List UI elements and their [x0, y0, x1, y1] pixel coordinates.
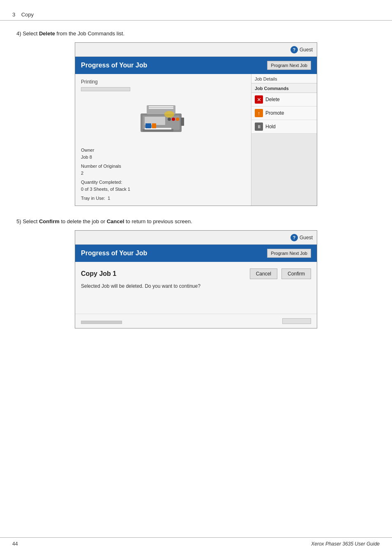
quantity-label: Quantity Completed:: [81, 179, 245, 185]
guest-label-2: Guest: [300, 235, 313, 240]
owner-label: Owner: [81, 147, 245, 153]
confirm-button[interactable]: Confirm: [281, 268, 311, 279]
delete-button[interactable]: ✕ Delete: [251, 93, 317, 106]
job-info: Owner Job 8 Number of Originals 2 Quanti…: [81, 147, 245, 192]
delete-label: Delete: [265, 97, 280, 102]
progress-bar: [81, 87, 130, 91]
guest-badge-2: ? Guest: [291, 234, 313, 241]
printer-illustration: [136, 101, 190, 138]
panel2: ? Guest Progress of Your Job Program Nex…: [75, 230, 317, 328]
bottom-bar-1: [81, 321, 122, 324]
chapter-title: 3 Copy: [12, 12, 34, 18]
panel2-bottom: [75, 314, 317, 328]
bottom-bar-2: [282, 318, 311, 324]
cancel-button[interactable]: Cancel: [250, 268, 277, 279]
page-footer: 44 Xerox Phaser 3635 User Guide: [0, 537, 392, 547]
program-next-job-btn-1[interactable]: Program Next Job: [267, 61, 311, 70]
originals-value: 2: [81, 170, 245, 176]
hold-button[interactable]: ⏸ Hold: [251, 120, 317, 134]
svg-rect-2: [149, 106, 173, 107]
panel2-title: Progress of Your Job: [81, 250, 147, 257]
panel2-title-bar: Progress of Your Job Program Next Job: [75, 245, 317, 262]
panel1-title-bar: Progress of Your Job Program Next Job: [75, 57, 317, 74]
step5-instruction: 5) Select Confirm to delete the job or C…: [12, 218, 380, 224]
content-area: 4) Select Delete from the Job Commands l…: [0, 30, 392, 328]
svg-rect-3: [149, 108, 173, 109]
panel1-left: Printing: [75, 74, 251, 206]
svg-rect-13: [152, 123, 156, 128]
confirm-message: Selected Job will be deleted. Do you wan…: [81, 283, 311, 289]
svg-rect-12: [145, 123, 151, 128]
delete-icon: ✕: [255, 95, 263, 104]
panel2-top-bar: ? Guest: [75, 231, 317, 245]
originals-label: Number of Originals: [81, 163, 245, 169]
svg-point-6: [168, 118, 171, 121]
confirm-body: Copy Job 1 Cancel Confirm Selected Job w…: [75, 262, 317, 314]
page-container: 3 Copy 4) Select Delete from the Job Com…: [0, 0, 392, 555]
svg-point-8: [176, 118, 179, 121]
svg-rect-11: [181, 118, 184, 126]
tray-info: Tray in Use: 1: [81, 196, 245, 201]
promote-label: Promote: [265, 110, 284, 116]
guest-icon-1: ?: [291, 46, 298, 53]
copy-job-title: Copy Job 1: [81, 270, 246, 278]
footer-page-number: 44: [12, 541, 18, 547]
quantity-value: 0 of 3 Sheets, of Stack 1: [81, 186, 245, 192]
program-next-job-btn-2[interactable]: Program Next Job: [267, 249, 311, 258]
owner-value: Job 8: [81, 154, 245, 160]
guest-label-1: Guest: [300, 47, 313, 53]
svg-point-14: [164, 111, 174, 118]
guest-badge-1: ? Guest: [291, 46, 313, 53]
panel1-right: Job Details Job Commands ✕ Delete ↑ Prom…: [251, 74, 317, 206]
promote-button[interactable]: ↑ Promote: [251, 106, 317, 120]
right-bottom-area: [251, 134, 317, 206]
step4-instruction: 4) Select Delete from the Job Commands l…: [12, 30, 380, 37]
promote-icon: ↑: [255, 109, 263, 117]
job-details-label: Job Details: [251, 74, 317, 83]
chapter-header: 3 Copy: [0, 8, 392, 21]
printing-label: Printing: [81, 79, 245, 85]
job-commands-label: Job Commands: [251, 83, 317, 93]
panel1-body: Printing: [75, 74, 317, 206]
printer-area: [81, 97, 245, 142]
footer-document-title: Xerox Phaser 3635 User Guide: [311, 541, 380, 547]
panel1-title: Progress of Your Job: [81, 62, 147, 69]
svg-point-7: [172, 118, 175, 121]
panel1: ? Guest Progress of Your Job Program Nex…: [75, 42, 317, 206]
hold-icon: ⏸: [255, 123, 263, 131]
hold-label: Hold: [265, 124, 276, 130]
guest-icon-2: ?: [291, 234, 298, 241]
panel1-top-bar: ? Guest: [75, 43, 317, 57]
confirm-job-row: Copy Job 1 Cancel Confirm: [81, 268, 311, 279]
